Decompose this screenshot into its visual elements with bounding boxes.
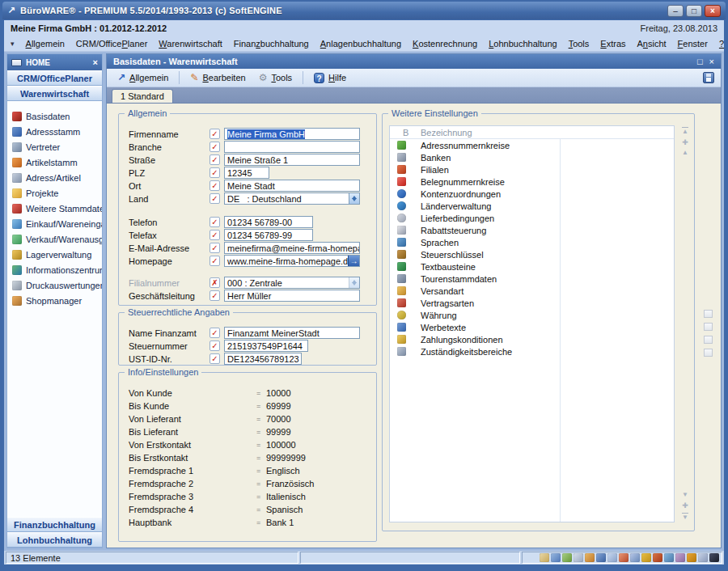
menu-warenwirtschaft[interactable]: Warenwirtschaft: [159, 39, 222, 49]
panel-close-icon[interactable]: ×: [709, 57, 714, 66]
field-check-icon[interactable]: ✓: [210, 353, 220, 364]
status-icon[interactable]: [709, 553, 719, 562]
field-check-icon[interactable]: ✓: [210, 167, 220, 178]
field-check-icon[interactable]: ✓: [210, 230, 220, 240]
sidebar-close-icon[interactable]: ×: [93, 57, 98, 67]
field-check-icon[interactable]: ✓: [210, 217, 220, 227]
menu-lohnbuchhaltung[interactable]: Lohnbuchhaltung: [489, 39, 557, 49]
toolbar-bearbeiten-button[interactable]: ✎ Bearbeiten: [186, 70, 249, 85]
status-icon[interactable]: [653, 553, 662, 562]
telefax-input[interactable]: 01234 56789-99: [224, 229, 313, 241]
menu-tools[interactable]: Tools: [569, 39, 590, 49]
list-item-werbetexte[interactable]: Werbetexte: [390, 321, 674, 333]
sidebar-item-weitere-stammdaten[interactable]: Weitere Stammdaten: [7, 201, 102, 216]
sidebar-item-druckauswertungen[interactable]: Druckauswertungen: [7, 277, 102, 293]
strasse-input[interactable]: Meine Straße 1: [224, 154, 360, 166]
sidebar-item-adress-artikel[interactable]: Adress/Artikel: [7, 170, 102, 185]
field-check-icon[interactable]: ✓: [210, 243, 220, 253]
filialnummer-select[interactable]: 000 : Zentrale: [224, 277, 360, 289]
toolbar-hilfe-button[interactable]: ? Hilfe: [310, 71, 350, 85]
firmenname-input[interactable]: Meine Firma GmbH: [224, 128, 360, 140]
search-icon[interactable]: [704, 323, 713, 331]
menu-kostenrechnung[interactable]: Kostenrechnung: [413, 39, 477, 49]
land-spinner[interactable]: [349, 193, 359, 204]
sidebar-item-shopmanager[interactable]: Shopmanager: [7, 293, 102, 308]
columns-icon[interactable]: [704, 310, 713, 318]
sidebar-section-crm[interactable]: CRM/OfficePlaner: [7, 70, 102, 86]
list-item-waehrung[interactable]: Währung: [390, 309, 674, 321]
sidebar-section-warenwirtschaft[interactable]: Warenwirtschaft: [7, 86, 102, 101]
field-check-icon[interactable]: ✓: [210, 340, 220, 351]
list-item-filialen[interactable]: Filialen: [390, 163, 674, 176]
scroll-to-top-icon[interactable]: ▲: [682, 127, 688, 135]
list-item-tourenstammdaten[interactable]: Tourenstammdaten: [390, 273, 674, 285]
email-input[interactable]: meinefirma@meine-firma-homepage.de: [224, 242, 360, 254]
sidebar-section-lohnbuchhaltung[interactable]: Lohnbuchhaltung: [7, 532, 102, 548]
list-item-vertragsarten[interactable]: Vertragsarten: [390, 297, 674, 309]
sidebar-item-vertreter[interactable]: Vertreter: [7, 139, 102, 154]
field-check-icon[interactable]: ✓: [210, 193, 220, 204]
list-item-lieferbedingungen[interactable]: Lieferbedingungen: [390, 212, 674, 224]
status-icon[interactable]: [687, 553, 696, 562]
finanzamt-input[interactable]: Finanzamt MeinerStadt: [224, 327, 360, 339]
menu-fenster[interactable]: Fenster: [678, 39, 708, 49]
steuernummer-input[interactable]: 2151937549P1644: [224, 340, 308, 352]
close-button[interactable]: ×: [705, 5, 721, 17]
list-item-rabattsteuerung[interactable]: Rabattsteuerung: [390, 224, 674, 236]
list-item-banken[interactable]: Banken: [390, 151, 674, 163]
tab-standard[interactable]: 1 Standard: [112, 89, 173, 103]
menu-crm-officeplaner[interactable]: CRM/OfficePlaner: [76, 39, 147, 49]
sum-icon[interactable]: [704, 336, 713, 344]
homepage-go-icon[interactable]: →: [348, 256, 359, 266]
plz-input[interactable]: 12345: [224, 167, 269, 179]
status-icon[interactable]: [562, 553, 572, 562]
add-icon[interactable]: ✚: [682, 139, 688, 146]
list-item-textbausteine[interactable]: Textbausteine: [390, 260, 674, 273]
panel-restore-icon[interactable]: □: [697, 57, 703, 66]
sidebar-item-artikelstamm[interactable]: Artikelstamm: [7, 154, 102, 170]
menu-ansicht[interactable]: Ansicht: [637, 39, 667, 49]
sidebar-item-adressstamm[interactable]: Adressstamm: [7, 124, 102, 139]
add-icon[interactable]: ✚: [682, 502, 688, 509]
field-cross-icon[interactable]: ✗: [210, 277, 220, 288]
status-icon[interactable]: [574, 553, 583, 562]
field-check-icon[interactable]: ✓: [210, 154, 220, 165]
field-check-icon[interactable]: ✓: [210, 328, 220, 338]
field-check-icon[interactable]: ✓: [210, 142, 220, 152]
status-icon[interactable]: [585, 553, 595, 562]
status-icon[interactable]: [641, 553, 651, 562]
filter-icon[interactable]: [704, 349, 713, 357]
field-check-icon[interactable]: ✓: [210, 180, 220, 191]
geschaeftsleitung-input[interactable]: Herr Müller: [224, 290, 360, 302]
sidebar-item-einkauf[interactable]: Einkauf/Wareneingang: [7, 216, 102, 231]
field-check-icon[interactable]: ✓: [210, 129, 220, 139]
ust-input[interactable]: DE123456789123: [224, 353, 302, 365]
list-item-versandart[interactable]: Versandart: [390, 285, 674, 297]
status-icon[interactable]: [664, 553, 674, 562]
list-item-sprachen[interactable]: Sprachen: [390, 236, 674, 248]
status-icon[interactable]: [698, 553, 708, 562]
menu-caret-icon[interactable]: ▾: [11, 40, 15, 48]
menu-allgemein[interactable]: Allgemein: [26, 39, 65, 49]
sidebar-item-projekte[interactable]: Projekte: [7, 185, 102, 201]
status-icon[interactable]: [675, 553, 685, 562]
list-item-adressnummernkreise[interactable]: Adressnummernkreise: [390, 139, 674, 151]
menu-anlagenbuchhaltung[interactable]: Anlagenbuchhaltung: [320, 39, 401, 49]
list-item-kontenzuordnungen[interactable]: Kontenzuordnungen: [390, 188, 674, 200]
scroll-down-icon[interactable]: ▼: [682, 492, 688, 498]
list-item-laenderverwaltung[interactable]: Länderverwaltung: [390, 200, 674, 212]
homepage-input[interactable]: www.meine-firma-homepage.de→: [224, 255, 360, 267]
list-item-zahlungskonditionen[interactable]: Zahlungskonditionen: [390, 333, 674, 345]
field-check-icon[interactable]: ✓: [210, 290, 220, 301]
scroll-to-bottom-icon[interactable]: ▼: [682, 513, 688, 521]
sidebar-item-lagerverwaltung[interactable]: Lagerverwaltung: [7, 247, 102, 262]
menu-finanzbuchhaltung[interactable]: Finanzbuchhaltung: [234, 39, 309, 49]
status-icon[interactable]: [596, 553, 606, 562]
status-icon[interactable]: [551, 553, 561, 562]
sidebar-item-informationszentrum[interactable]: Informationszentrum: [7, 262, 102, 277]
maximize-button[interactable]: □: [686, 5, 702, 17]
list-item-zustaendigkeitsbereiche[interactable]: Zuständigkeitsbereiche: [390, 345, 674, 357]
list-item-steuerschluessel[interactable]: Steuerschlüssel: [390, 248, 674, 260]
save-icon[interactable]: [703, 72, 714, 83]
sidebar-section-finanzbuchhaltung[interactable]: Finanzbuchhaltung: [7, 517, 102, 532]
